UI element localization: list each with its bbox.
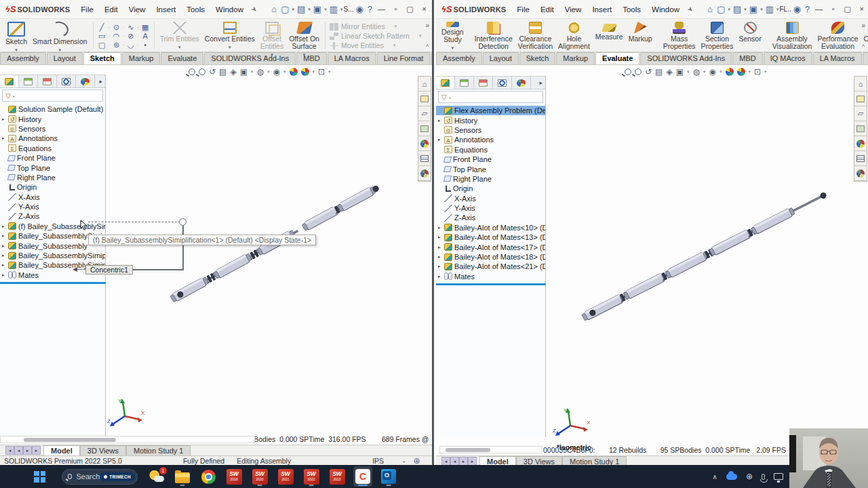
view-settings-icon[interactable]: ⊡ <box>754 67 761 77</box>
restore-button[interactable]: ▢ <box>403 5 417 14</box>
tab-la-macros[interactable]: LA Macros <box>328 52 376 64</box>
tree-tab-dimxpertmanager[interactable] <box>57 75 76 87</box>
taskpane-custom-properties[interactable] <box>854 151 867 166</box>
section-view-icon[interactable]: ▤ <box>219 67 226 77</box>
save-icon[interactable]: ▣ <box>749 4 757 14</box>
tray-chevron-icon[interactable]: ∧ <box>713 473 717 481</box>
taskpane-forum[interactable] <box>418 166 431 181</box>
taskpane-design-library[interactable] <box>418 92 431 106</box>
tab-nav-arrow-icon[interactable]: ◂ <box>5 446 14 455</box>
interference-detection-button[interactable]: Interference Detection <box>472 20 515 52</box>
close-button[interactable]: × <box>854 5 868 14</box>
qat-overflow[interactable]: FL.. <box>779 5 791 13</box>
tab-line-format[interactable]: Line Format <box>377 52 431 64</box>
tree-tabs-overflow[interactable]: ▸ <box>95 75 105 87</box>
zoom-to-area-icon[interactable] <box>635 68 642 75</box>
graphics-area-left[interactable]: ↺▤◈▣▾◍▾◉▾▾⊡▾▸▽ -▸Solution Sample (Defaul… <box>0 65 432 466</box>
tab-assembly[interactable]: Assembly <box>436 52 482 64</box>
tree-item-x-axis[interactable]: ▸X-Axis <box>436 194 545 203</box>
tab-sketch[interactable]: Sketch <box>519 52 556 64</box>
taskpane-forum[interactable] <box>854 166 867 181</box>
ribbon-expand-button[interactable]: » <box>861 22 865 29</box>
tab-solidworks-add-ins[interactable]: SOLIDWORKS Add-Ins <box>204 52 296 64</box>
tree-item-bailey-alot-of-mates-18-d[interactable]: ▸Bailey-Alot of Mates<18> (D <box>436 252 545 262</box>
microphone-icon[interactable] <box>762 474 765 480</box>
measure-button[interactable]: Measure <box>593 20 626 52</box>
pin-menu-icon[interactable]: ➤ <box>250 5 258 14</box>
tree-item-annotations[interactable]: ▸AAnnotations <box>436 135 545 144</box>
annotation-views-icon[interactable]: ◈ <box>666 67 672 77</box>
restore-button[interactable]: ▢ <box>840 5 854 14</box>
doc-tab-3d-views[interactable]: 3D Views <box>516 456 562 466</box>
tab-iq-macros[interactable]: IQ MAcros <box>764 52 812 64</box>
taskbar-chrome[interactable] <box>199 466 218 487</box>
taskpane-file-explorer[interactable]: ▱ <box>854 106 867 121</box>
convert-entities-button[interactable]: Convert Entities▾ <box>202 20 258 52</box>
rollback-bar[interactable] <box>436 283 546 285</box>
doc-tab-3d-views[interactable]: 3D Views <box>80 445 126 455</box>
tab-solidworks-add-ins[interactable]: SOLIDWORKS Add-Ins <box>640 52 732 64</box>
span-displays-button[interactable]: ▫ <box>389 5 403 14</box>
ribbon-collapse-button[interactable]: ^ <box>426 43 429 50</box>
tree-tab-featuremanager[interactable] <box>436 77 455 89</box>
print-icon[interactable]: ▥ <box>330 4 338 14</box>
tree-item-history[interactable]: ▸↺History <box>436 115 545 125</box>
tree-item-top-plane[interactable]: ▸Top Plane <box>0 163 105 172</box>
arc-tool-icon[interactable]: ◠ <box>112 32 121 40</box>
annotation-views-icon[interactable]: ◈ <box>230 67 236 77</box>
tree-item--f-bailey-subassemblysimi[interactable]: ▸(f) Bailey_SubassemblySimi <box>0 222 105 231</box>
markup-button[interactable]: Markup <box>626 20 655 52</box>
tree-item-origin[interactable]: ▸Origin <box>0 182 105 192</box>
minimize-button[interactable]: — <box>812 5 826 14</box>
taskbar-solidworks-2023[interactable]: SW2023 <box>328 466 347 487</box>
tree-item-y-axis[interactable]: ▸Y-Axis <box>0 202 105 211</box>
menu-edit[interactable]: Edit <box>99 5 123 14</box>
menu-view[interactable]: View <box>123 5 151 14</box>
tree-tabs-overflow[interactable]: ▸ <box>531 77 545 89</box>
help-icon[interactable]: ? <box>805 4 810 14</box>
edit-appearance-icon[interactable] <box>290 68 298 76</box>
rollback-bar[interactable] <box>0 282 106 284</box>
corner-rectangle-icon[interactable]: ▭ <box>98 32 106 40</box>
ellipse-tool-icon[interactable]: ⊘ <box>126 32 135 40</box>
spline-tool-icon[interactable]: ∿ <box>126 23 135 31</box>
hole-alignment-button[interactable]: Hole Alignment <box>555 20 593 52</box>
tree-item-annotations[interactable]: ▸AAnnotations <box>0 134 105 143</box>
tree-tab-configurationmanager[interactable] <box>474 77 493 89</box>
tree-item-equations[interactable]: ▸ΣEquations <box>436 145 545 155</box>
tree-item-front-plane[interactable]: ▸Front Plane <box>436 155 545 164</box>
taskpane-appearances[interactable] <box>854 136 867 151</box>
tree-item-z-axis[interactable]: ▸Z-Axis <box>0 211 105 221</box>
tree-item-bailey-alot-of-mates-17-d[interactable]: ▸Bailey-Alot of Mates<17> (D <box>436 242 545 251</box>
zoom-to-area-icon[interactable] <box>199 68 205 75</box>
point-icon[interactable]: • <box>141 41 150 49</box>
smart-dimension-button[interactable]: Smart Dimension▾ <box>30 20 90 52</box>
tree-item-history[interactable]: ▸↺History <box>0 114 105 123</box>
taskpane-appearances[interactable] <box>418 136 431 151</box>
sensor-button[interactable]: Sensor <box>736 20 764 52</box>
section-view-icon[interactable]: ▤ <box>655 67 663 77</box>
menu-edit[interactable]: Edit <box>535 5 559 14</box>
taskpane-home[interactable]: ⌂ <box>418 77 431 92</box>
tab-mbd[interactable]: MBD <box>296 52 326 64</box>
tree-item-sensors[interactable]: ▸◎Sensors <box>436 125 545 135</box>
horizontal-scrollbar[interactable] <box>439 446 542 453</box>
tree-item-front-plane[interactable]: ▸Front Plane <box>0 153 105 163</box>
assembly-visualization-button[interactable]: Assembly Visualization <box>770 20 815 52</box>
hide-show-items-icon[interactable]: ◉ <box>709 67 716 77</box>
doc-tab-model[interactable]: Model <box>479 456 516 466</box>
tab-markup[interactable]: Markup <box>556 52 595 64</box>
taskbar-solidworks-2020[interactable]: SW2020 <box>250 466 269 487</box>
tree-item-x-axis[interactable]: ▸X-Axis <box>0 192 105 202</box>
tree-item-bailey-alot-of-mates-21-d[interactable]: ▸Bailey-Alot of Mates<21> (D <box>436 262 545 271</box>
network-icon[interactable]: ⊕ <box>746 472 753 481</box>
tree-item-z-axis[interactable]: ▸Z-Axis <box>436 213 545 222</box>
horizontal-scrollbar[interactable] <box>0 436 255 443</box>
point-tool-icon[interactable]: ⊚ <box>112 41 121 49</box>
display-style-icon[interactable]: ◍ <box>257 67 264 77</box>
apply-scene-icon[interactable] <box>737 68 745 76</box>
previous-view-icon[interactable]: ↺ <box>209 67 216 77</box>
qat-overflow[interactable]: S... <box>343 5 353 13</box>
tree-filter-box[interactable]: ▽ - <box>2 89 103 102</box>
text-tool-icon[interactable]: A <box>141 32 150 40</box>
